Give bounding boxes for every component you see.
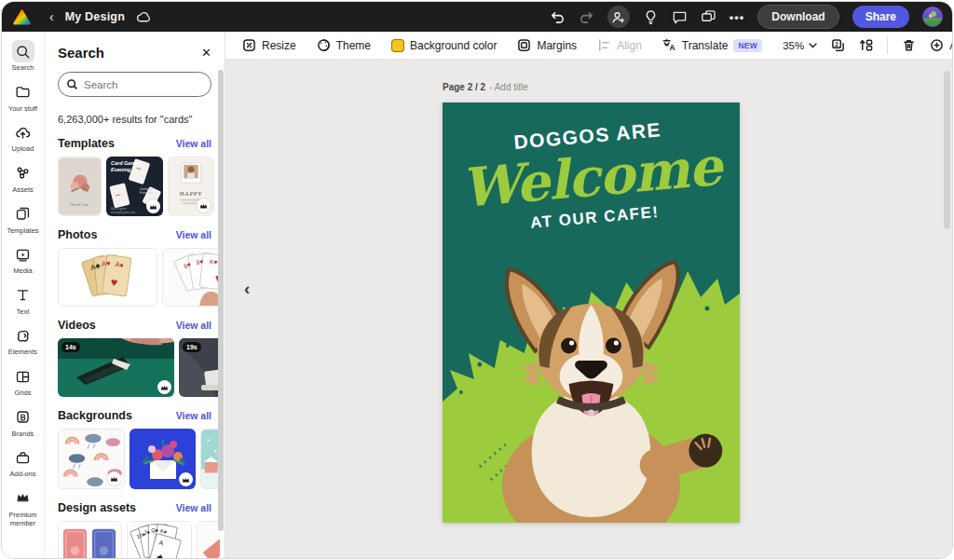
media-icon [12,243,34,266]
asset-thumbnail-partial[interactable] [197,521,220,558]
backgrounds-section-title: Backgrounds [58,409,132,422]
search-input-container [58,72,211,97]
rail-item-add-ons[interactable]: Add-ons [2,444,44,481]
zoom-level-select[interactable]: 35% [783,40,817,51]
template-thumbnail-card-game-evening[interactable]: ♦♦♦♦♦♦Card GameEveningCompanyEveningsBoo… [106,157,163,216]
translate-button[interactable]: A Translate NEW [662,38,762,52]
margins-icon [517,38,531,52]
design-assets-section-title: Design assets [58,501,136,514]
background-thumbnail-winter-scene[interactable] [200,429,220,489]
design-page[interactable]: DOGGOS ARE Welcome AT OUR CAFE! [443,102,740,523]
rail-item-premium-member[interactable]: Premium member [2,485,44,529]
design-assets-view-all-link[interactable]: View all [176,502,211,513]
more-options-button[interactable]: ••• [729,10,745,24]
rail-item-brands[interactable]: Brands [2,404,44,441]
invite-collaborator-button[interactable] [607,6,630,28]
top-bar: ‹ My Design ••• [2,2,952,32]
brands-icon [12,406,34,429]
margins-button[interactable]: Margins [517,38,577,52]
download-button[interactable]: Download [757,5,838,29]
background-color-button[interactable]: Background color [391,39,497,52]
rail-item-upload[interactable]: Upload [2,119,44,156]
premium-crown-badge [197,198,211,212]
app-window: ‹ My Design ••• [1,1,953,559]
video-duration-badge: 19s [183,342,201,352]
canvas-area: Resize Theme Background color Margins Al… [225,32,952,558]
video-thumbnail-card-spread[interactable]: 14s [58,338,174,397]
rail-item-grids[interactable]: Grids [2,363,44,400]
trash-icon [902,38,916,52]
reorder-pages-button[interactable] [859,38,873,52]
adobe-express-logo-icon[interactable] [13,9,31,25]
search-icon [12,40,34,62]
video-thumbnail-laptop[interactable]: 19s [179,338,220,397]
panel-scrollbar-thumb[interactable] [218,70,224,531]
background-thumbnail-flower-envelope[interactable] [129,429,196,489]
comment-icon[interactable] [672,9,688,25]
document-title[interactable]: My Design [65,10,125,23]
backgrounds-view-all-link[interactable]: View all [176,410,211,421]
back-button[interactable]: ‹ [49,10,54,23]
search-input[interactable] [84,79,203,90]
rail-item-text[interactable]: Text [2,282,44,319]
align-button: Align [597,38,642,52]
svg-text:9♥: 9♥ [196,258,204,266]
cloud-sync-icon [136,9,152,25]
photos-section-title: Photos [58,228,97,241]
svg-text:A: A [669,43,675,52]
backgrounds-section: Backgrounds View all [58,409,225,489]
suggestions-lightbulb-icon[interactable] [643,9,659,25]
rail-item-media[interactable]: Media [2,241,44,278]
rail-item-assets[interactable]: Assets [2,160,44,197]
search-panel: Search ✕ 6,263,000+ results for "cards" … [44,32,225,558]
templates-pages-icon [12,203,34,225]
close-panel-icon[interactable]: ✕ [201,46,211,60]
reorder-pages-icon [859,38,873,52]
poster-dog-illustration[interactable] [443,253,740,523]
photo-thumbnail-vintage-aces[interactable]: A♣A♥A♦♥ [58,248,157,307]
asset-thumbnail-card-backs[interactable] [58,521,122,558]
rail-item-templates[interactable]: Templates [2,201,44,238]
add-page-button[interactable]: Add [930,38,953,52]
add-title-link[interactable]: - Add title [489,82,528,92]
redo-icon[interactable] [579,9,594,25]
delete-page-button[interactable] [902,38,916,52]
add-ons-icon [12,446,34,469]
user-avatar[interactable] [922,7,943,27]
rail-item-your-stuff[interactable]: Your stuff [2,79,44,116]
photo-thumbnail-hand-holding-cards[interactable]: 6♥9♥K♥♥ [162,248,220,307]
resize-button[interactable]: Resize [242,38,296,52]
share-button[interactable]: Share [852,6,909,28]
search-input-icon [66,78,78,90]
canvas-scrollbar[interactable] [944,65,950,553]
chat-feedback-icon[interactable] [701,9,716,25]
duplicate-page-button[interactable]: 2 [831,38,845,52]
theme-icon [317,38,331,52]
collapse-panel-chevron[interactable]: ‹ [244,279,250,299]
grids-icon [12,365,34,388]
background-thumbnail-clouds-rainbows[interactable] [58,429,125,489]
templates-view-all-link[interactable]: View all [176,138,211,149]
photos-view-all-link[interactable]: View all [176,229,211,240]
translate-icon: A [662,38,676,52]
svg-text:A♦: A♦ [115,260,124,269]
svg-text:Evening: Evening [111,167,131,172]
svg-text:2: 2 [835,41,838,48]
folder-icon [12,81,34,103]
theme-button[interactable]: Theme [317,38,371,52]
template-thumbnail-thank-you[interactable]: Thank You [58,157,102,216]
template-thumbnail-happy[interactable]: HAPPY [168,157,214,216]
rail-item-search[interactable]: Search [2,38,44,75]
panel-scrollbar[interactable] [218,60,224,551]
canvas-scrollbar-thumb[interactable] [944,71,950,229]
editor-toolbar: Resize Theme Background color Margins Al… [225,32,952,60]
videos-view-all-link[interactable]: View all [176,320,211,331]
svg-text:A♥: A♥ [101,259,111,268]
undo-icon[interactable] [550,9,566,25]
add-circle-icon [930,38,944,52]
toolbar-divider [887,37,888,54]
panel-title: Search [58,45,104,61]
asset-thumbnail-royal-flush[interactable]: 10♠J♠Q♠K♠A♠ [127,521,192,558]
rail-item-elements[interactable]: Elements [2,322,44,359]
text-icon [12,284,34,307]
